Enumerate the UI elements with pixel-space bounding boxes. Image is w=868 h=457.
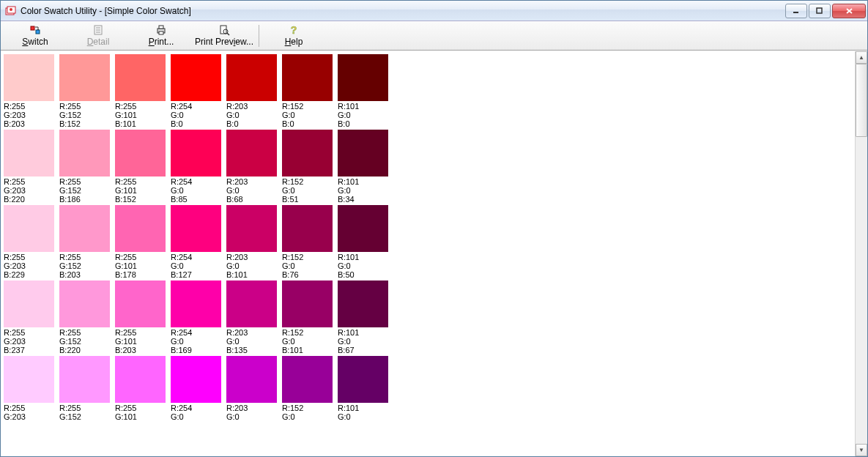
swatch-cell[interactable]: R:255 G:152 B:220 (59, 280, 114, 354)
swatch-rgb-label: R:101 G:0 (338, 403, 393, 421)
swatch-cell[interactable]: R:203 G:0 B:135 (226, 280, 281, 354)
swatch-color (226, 280, 277, 327)
swatch-rgb-label: R:101 G:0 B:50 (338, 252, 393, 279)
scroll-thumb[interactable] (856, 64, 867, 137)
swatch-cell[interactable]: R:255 G:203 (4, 356, 59, 421)
switch-button[interactable]: Switch (4, 22, 67, 50)
swatch-color (115, 54, 166, 101)
swatch-pane[interactable]: R:255 G:203 B:203R:255 G:152 B:152R:255 … (1, 51, 855, 456)
swatch-cell[interactable]: R:203 G:0 (226, 356, 281, 421)
swatch-color (226, 54, 277, 101)
swatch-cell[interactable]: R:255 G:101 B:101 (115, 54, 170, 128)
swatch-rgb-label: R:255 G:152 (59, 403, 114, 421)
swatch-cell[interactable]: R:255 G:101 (115, 356, 170, 421)
swatch-rgb-label: R:255 G:203 B:229 (4, 252, 59, 279)
swatch-rgb-label: R:255 G:203 (4, 403, 59, 421)
swatch-cell[interactable]: R:203 G:0 B:101 (226, 205, 281, 279)
swatch-rgb-label: R:101 G:0 B:0 (338, 101, 393, 128)
swatch-cell[interactable]: R:254 G:0 B:85 (171, 130, 226, 204)
swatch-cell[interactable]: R:255 G:203 B:229 (4, 205, 59, 279)
maximize-button[interactable] (809, 4, 831, 18)
swatch-cell[interactable]: R:255 G:101 B:203 (115, 280, 170, 354)
preview-label: Print Preview... (195, 37, 253, 47)
swatch-color (171, 205, 221, 252)
titlebar: Color Swatch Utility - [Simple Color Swa… (1, 1, 867, 21)
swatch-cell[interactable]: R:152 G:0 B:76 (282, 205, 337, 279)
swatch-color (171, 356, 221, 403)
svg-rect-13 (159, 31, 163, 34)
print-button[interactable]: Print... (130, 22, 193, 50)
swatch-cell[interactable]: R:254 G:0 B:0 (171, 54, 226, 128)
swatch-rgb-label: R:254 G:0 B:85 (171, 177, 226, 204)
swatch-color (282, 205, 333, 252)
swatch-cell[interactable]: R:101 G:0 B:0 (338, 54, 393, 128)
swatch-rgb-label: R:255 G:101 B:178 (115, 252, 170, 279)
swatch-cell[interactable]: R:255 G:152 (59, 356, 114, 421)
vertical-scrollbar[interactable]: ▲ ▼ (855, 51, 867, 456)
swatch-cell[interactable]: R:152 G:0 (282, 356, 337, 421)
swatch-color (59, 356, 110, 403)
swatch-row: R:255 G:203 B:229R:255 G:152 B:203R:255 … (4, 205, 855, 280)
content-area: R:255 G:203 B:203R:255 G:152 B:152R:255 … (1, 51, 867, 456)
swatch-color (115, 280, 166, 327)
swatch-cell[interactable]: R:255 G:203 B:203 (4, 54, 59, 128)
swatch-rgb-label: R:255 G:101 (115, 403, 170, 421)
help-button[interactable]: ? Help (262, 22, 325, 50)
close-button[interactable] (832, 4, 866, 18)
swatch-rgb-label: R:152 G:0 B:0 (282, 101, 337, 128)
swatch-rgb-label: R:203 G:0 (226, 403, 281, 421)
swatch-color (4, 280, 54, 327)
swatch-cell[interactable]: R:255 G:203 B:237 (4, 280, 59, 354)
swatch-cell[interactable]: R:255 G:101 B:178 (115, 205, 170, 279)
swatch-row: R:255 G:203R:255 G:152R:255 G:101R:254 G… (4, 356, 855, 423)
swatch-row: R:255 G:203 B:220R:255 G:152 B:186R:255 … (4, 130, 855, 205)
swatch-cell[interactable]: R:203 G:0 B:0 (226, 54, 281, 128)
print-icon (155, 24, 167, 36)
swatch-rgb-label: R:254 G:0 B:127 (171, 252, 226, 279)
scroll-track[interactable] (856, 64, 867, 444)
swatch-color (282, 356, 333, 403)
minimize-button[interactable] (785, 4, 807, 18)
swatch-cell[interactable]: R:254 G:0 (171, 356, 226, 421)
swatch-cell[interactable]: R:255 G:152 B:203 (59, 205, 114, 279)
scroll-down-button[interactable]: ▼ (856, 444, 867, 456)
print-preview-button[interactable]: Print Preview... (193, 22, 256, 50)
swatch-cell[interactable]: R:152 G:0 B:101 (282, 280, 337, 354)
swatch-cell[interactable]: R:254 G:0 B:169 (171, 280, 226, 354)
swatch-rgb-label: R:255 G:152 B:186 (59, 177, 114, 204)
swatch-color (59, 130, 110, 177)
detail-button: Detail (67, 22, 130, 50)
swatch-rgb-label: R:255 G:101 B:101 (115, 101, 170, 128)
toolbar-separator (259, 25, 259, 47)
swatch-cell[interactable]: R:255 G:152 B:152 (59, 54, 114, 128)
swatch-rgb-label: R:152 G:0 (282, 403, 337, 421)
swatch-cell[interactable]: R:101 G:0 B:50 (338, 205, 393, 279)
swatch-cell[interactable]: R:101 G:0 B:34 (338, 130, 393, 204)
swatch-rgb-label: R:254 G:0 (171, 403, 226, 421)
swatch-color (338, 130, 388, 177)
swatch-cell[interactable]: R:152 G:0 B:51 (282, 130, 337, 204)
svg-text:?: ? (291, 24, 297, 36)
swatch-cell[interactable]: R:101 G:0 (338, 356, 393, 421)
svg-rect-4 (817, 8, 822, 13)
detail-label: Detail (87, 37, 110, 47)
swatch-rgb-label: R:255 G:101 B:152 (115, 177, 170, 204)
swatch-cell[interactable]: R:101 G:0 B:67 (338, 280, 393, 354)
preview-icon (218, 24, 230, 36)
swatch-cell[interactable]: R:255 G:203 B:220 (4, 130, 59, 204)
swatch-color (59, 205, 110, 252)
swatch-color (282, 54, 333, 101)
swatch-cell[interactable]: R:203 G:0 B:68 (226, 130, 281, 204)
swatch-cell[interactable]: R:255 G:152 B:186 (59, 130, 114, 204)
swatch-cell[interactable]: R:255 G:101 B:152 (115, 130, 170, 204)
scroll-up-button[interactable]: ▲ (856, 51, 867, 64)
swatch-cell[interactable]: R:152 G:0 B:0 (282, 54, 337, 128)
swatch-rgb-label: R:203 G:0 B:0 (226, 101, 281, 128)
toolbar: Switch Detail Print... (1, 21, 867, 51)
swatch-cell[interactable]: R:254 G:0 B:127 (171, 205, 226, 279)
switch-label: Switch (22, 37, 48, 47)
swatch-color (338, 356, 388, 403)
swatch-color (282, 130, 333, 177)
swatch-color (59, 280, 110, 327)
swatch-row: R:255 G:203 B:203R:255 G:152 B:152R:255 … (4, 54, 855, 130)
